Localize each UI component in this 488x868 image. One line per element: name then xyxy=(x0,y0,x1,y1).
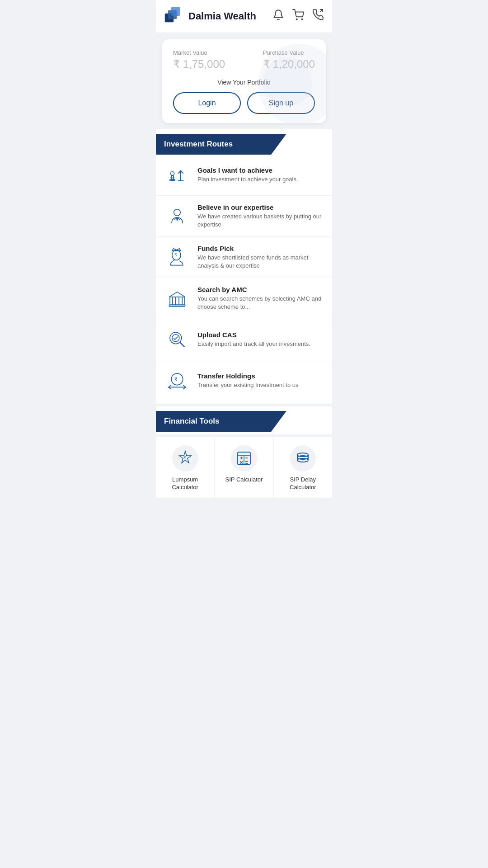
tool-lumpsum[interactable]: ₹ Lumpsum Calculator xyxy=(156,437,215,498)
funds-pick-text: Funds Pick We have shortlisted some fund… xyxy=(197,245,324,270)
financial-tools-title: Financial Tools xyxy=(164,417,219,425)
investment-routes-section: Investment Routes Goals I want to achiev… xyxy=(156,129,332,404)
amc-desc: You can search schemes by selecting AMC … xyxy=(197,295,324,311)
app-header: Dalmia Wealth xyxy=(156,0,332,33)
upload-cas-text: Upload CAS Easily import and track all y… xyxy=(197,331,310,348)
lumpsum-label: Lumpsum Calculator xyxy=(172,476,198,491)
header-icons xyxy=(272,9,324,24)
financial-tools-section: Financial Tools ₹ Lumpsum Calculator xyxy=(156,406,332,502)
route-item-upload-cas[interactable]: Upload CAS Easily import and track all y… xyxy=(156,319,332,360)
purchase-value-block: Purchase Value ₹ 1,20,000 xyxy=(263,49,315,71)
login-button[interactable]: Login xyxy=(173,92,241,114)
upload-cas-icon xyxy=(164,326,190,353)
purchase-value-amount: ₹ 1,20,000 xyxy=(263,58,315,71)
purchase-value-label: Purchase Value xyxy=(263,49,315,56)
svg-rect-2 xyxy=(171,7,180,16)
expertise-title: Believe in our expertise xyxy=(197,203,324,211)
route-item-funds-pick[interactable]: ₹ Funds Pick We have shortlisted some fu… xyxy=(156,237,332,278)
brand-logo-icon xyxy=(164,6,184,26)
sip-delay-label: SIP Delay Calculator xyxy=(290,476,316,491)
svg-point-4 xyxy=(302,19,303,20)
upload-cas-desc: Easily import and track all your invesme… xyxy=(197,340,310,348)
amc-text: Search by AMC You can search schemes by … xyxy=(197,286,324,311)
transfer-desc: Transfer your existing Investment to us xyxy=(197,381,299,389)
goals-title: Goals I want to achieve xyxy=(197,166,298,174)
tool-sip-delay[interactable]: ₹ SIP Delay Calculator xyxy=(274,437,332,498)
transfer-icon: ₹ xyxy=(164,368,190,394)
goals-icon xyxy=(164,162,190,188)
cart-icon xyxy=(292,9,304,21)
route-item-goals[interactable]: Goals I want to achieve Plan investment … xyxy=(156,155,332,196)
expertise-desc: We have created various baskets by putti… xyxy=(197,212,324,229)
financial-tools-grid: ₹ Lumpsum Calculator xyxy=(156,437,332,498)
lumpsum-icon: ₹ xyxy=(172,445,198,472)
auth-buttons: Login Sign up xyxy=(173,92,315,114)
cart-button[interactable] xyxy=(292,9,304,24)
tool-sip[interactable]: SIP Calculator xyxy=(215,437,273,498)
svg-text:₹: ₹ xyxy=(183,456,186,460)
portfolio-subtitle: View Your Portfolio xyxy=(173,79,315,86)
route-item-transfer[interactable]: ₹ Transfer Holdings Transfer your existi… xyxy=(156,360,332,401)
financial-tools-header: Financial Tools xyxy=(156,411,310,432)
transfer-title: Transfer Holdings xyxy=(197,372,299,380)
svg-point-7 xyxy=(171,172,174,175)
signup-button[interactable]: Sign up xyxy=(247,92,315,114)
svg-text:₹: ₹ xyxy=(174,377,178,382)
expertise-icon xyxy=(164,203,190,229)
funds-pick-title: Funds Pick xyxy=(197,245,324,252)
svg-point-11 xyxy=(174,209,180,216)
sip-icon xyxy=(231,445,257,472)
upload-cas-title: Upload CAS xyxy=(197,331,310,339)
investment-routes-title: Investment Routes xyxy=(164,140,233,148)
transfer-text: Transfer Holdings Transfer your existing… xyxy=(197,372,299,389)
amc-icon xyxy=(164,285,190,311)
svg-line-26 xyxy=(180,342,184,347)
funds-pick-icon: ₹ xyxy=(164,244,190,270)
svg-text:₹: ₹ xyxy=(301,458,303,462)
funds-pick-desc: We have shortlisted some funds as market… xyxy=(197,254,324,270)
sip-label: SIP Calculator xyxy=(225,476,263,484)
route-item-amc[interactable]: Search by AMC You can search schemes by … xyxy=(156,278,332,319)
investment-routes-header: Investment Routes xyxy=(156,134,310,155)
svg-text:₹: ₹ xyxy=(174,252,177,257)
logo-area: Dalmia Wealth xyxy=(164,6,256,26)
expertise-text: Believe in our expertise We have created… xyxy=(197,203,324,229)
route-item-expertise[interactable]: Believe in our expertise We have created… xyxy=(156,196,332,237)
financial-tools-header-wrap: Financial Tools xyxy=(156,406,332,434)
support-button[interactable] xyxy=(312,9,324,24)
portfolio-card: Market Value ₹ 1,75,000 Purchase Value ₹… xyxy=(162,39,326,123)
amc-title: Search by AMC xyxy=(197,286,324,293)
market-value-block: Market Value ₹ 1,75,000 xyxy=(173,49,225,71)
svg-point-25 xyxy=(172,335,179,342)
goals-text: Goals I want to achieve Plan investment … xyxy=(197,166,298,184)
svg-point-3 xyxy=(296,19,297,20)
brand-name: Dalmia Wealth xyxy=(188,10,256,22)
goals-desc: Plan investment to achieve your goals. xyxy=(197,175,298,184)
bell-icon xyxy=(272,9,284,21)
portfolio-values: Market Value ₹ 1,75,000 Purchase Value ₹… xyxy=(173,49,315,71)
sip-delay-icon: ₹ xyxy=(290,445,316,472)
market-value-amount: ₹ 1,75,000 xyxy=(173,58,225,71)
notification-button[interactable] xyxy=(272,9,284,24)
svg-rect-19 xyxy=(169,305,185,306)
phone-chat-icon xyxy=(312,9,324,21)
market-value-label: Market Value xyxy=(173,49,225,56)
